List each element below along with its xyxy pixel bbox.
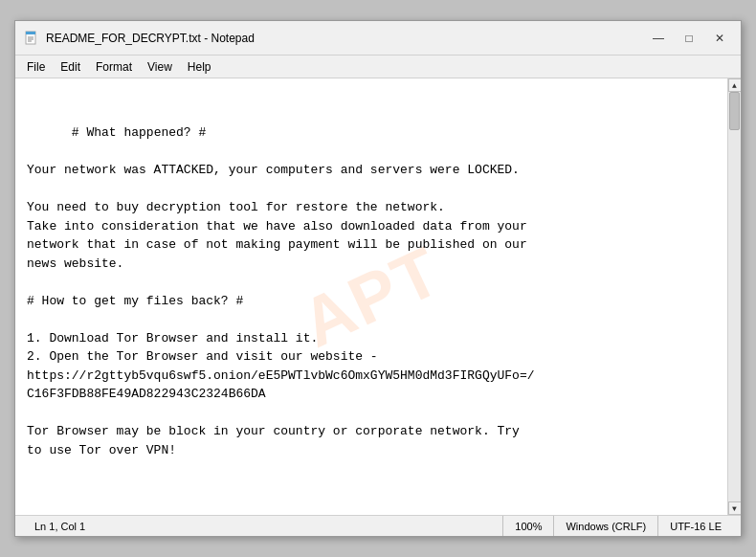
status-line-ending-container: Windows (CRLF) [554, 516, 658, 536]
notepad-window: README_FOR_DECRYPT.txt - Notepad — □ ✕ F… [14, 20, 742, 537]
editor-content: # What happened? # Your network was ATTA… [27, 125, 535, 457]
minimize-button[interactable]: — [645, 28, 672, 49]
menu-format[interactable]: Format [88, 58, 140, 76]
menu-help[interactable]: Help [180, 58, 219, 76]
status-bar: Ln 1, Col 1 100% Windows (CRLF) UTF-16 L… [15, 515, 741, 536]
status-zoom-container: 100% [503, 516, 554, 536]
scroll-down-arrow[interactable]: ▼ [728, 501, 742, 515]
scrollbar: ▲ ▼ [727, 78, 741, 515]
status-position: Ln 1, Col 1 [34, 521, 85, 532]
editor-area: APT # What happened? # Your network was … [15, 78, 741, 515]
scroll-track[interactable] [728, 92, 741, 501]
menu-view[interactable]: View [140, 58, 180, 76]
scroll-thumb[interactable] [729, 92, 740, 130]
close-button[interactable]: ✕ [706, 28, 733, 49]
status-position-container: Ln 1, Col 1 [23, 516, 503, 536]
status-encoding-container: UTF-16 LE [658, 516, 733, 536]
menu-edit[interactable]: Edit [53, 58, 88, 76]
title-bar: README_FOR_DECRYPT.txt - Notepad — □ ✕ [15, 21, 741, 56]
maximize-button[interactable]: □ [676, 28, 702, 49]
svg-rect-1 [26, 32, 35, 34]
menu-bar: File Edit Format View Help [15, 56, 741, 78]
menu-file[interactable]: File [19, 58, 53, 76]
title-left: README_FOR_DECRYPT.txt - Notepad [23, 30, 255, 47]
window-title: README_FOR_DECRYPT.txt - Notepad [46, 32, 255, 45]
scroll-up-arrow[interactable]: ▲ [728, 78, 742, 92]
notepad-icon [23, 30, 40, 47]
status-line-ending: Windows (CRLF) [566, 521, 646, 532]
title-controls: — □ ✕ [645, 28, 733, 49]
status-encoding: UTF-16 LE [670, 521, 722, 532]
text-editor[interactable]: APT # What happened? # Your network was … [15, 78, 727, 515]
status-zoom: 100% [515, 521, 542, 532]
